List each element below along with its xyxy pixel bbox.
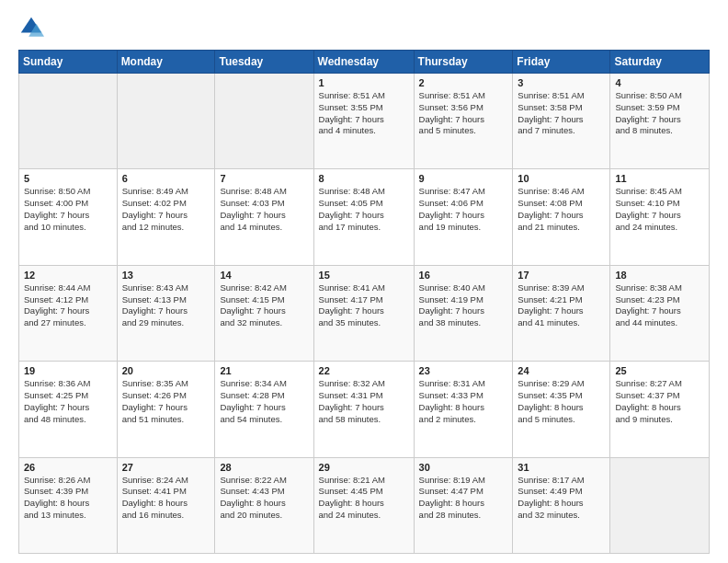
day-info: Sunrise: 8:42 AM Sunset: 4:15 PM Dayligh… <box>220 282 308 329</box>
calendar-cell: 3Sunrise: 8:51 AM Sunset: 3:58 PM Daylig… <box>513 74 610 169</box>
logo <box>18 15 48 40</box>
day-info: Sunrise: 8:38 AM Sunset: 4:23 PM Dayligh… <box>615 282 704 329</box>
day-info: Sunrise: 8:32 AM Sunset: 4:31 PM Dayligh… <box>319 378 409 425</box>
calendar-cell: 25Sunrise: 8:27 AM Sunset: 4:37 PM Dayli… <box>610 362 710 457</box>
day-number: 21 <box>220 365 308 376</box>
calendar-cell: 5Sunrise: 8:50 AM Sunset: 4:00 PM Daylig… <box>19 169 118 265</box>
calendar-cell <box>215 74 313 169</box>
day-number: 3 <box>518 77 605 88</box>
day-number: 5 <box>24 173 112 184</box>
calendar-cell: 17Sunrise: 8:39 AM Sunset: 4:21 PM Dayli… <box>513 265 610 361</box>
day-number: 15 <box>319 270 409 281</box>
day-info: Sunrise: 8:43 AM Sunset: 4:13 PM Dayligh… <box>122 282 210 329</box>
calendar-cell: 8Sunrise: 8:48 AM Sunset: 4:05 PM Daylig… <box>313 169 414 265</box>
logo-icon <box>18 15 44 40</box>
day-info: Sunrise: 8:34 AM Sunset: 4:28 PM Dayligh… <box>220 378 308 425</box>
day-number: 7 <box>220 173 308 184</box>
day-number: 30 <box>419 462 508 473</box>
day-info: Sunrise: 8:51 AM Sunset: 3:58 PM Dayligh… <box>518 90 605 137</box>
day-number: 10 <box>518 173 605 184</box>
day-info: Sunrise: 8:50 AM Sunset: 3:59 PM Dayligh… <box>615 90 704 137</box>
day-number: 25 <box>615 365 704 376</box>
calendar-cell: 2Sunrise: 8:51 AM Sunset: 3:56 PM Daylig… <box>414 74 513 169</box>
calendar-cell: 23Sunrise: 8:31 AM Sunset: 4:33 PM Dayli… <box>414 362 513 457</box>
calendar-cell: 7Sunrise: 8:48 AM Sunset: 4:03 PM Daylig… <box>215 169 313 265</box>
day-number: 24 <box>518 365 605 376</box>
day-number: 29 <box>319 462 409 473</box>
day-number: 11 <box>615 173 704 184</box>
weekday-header-saturday: Saturday <box>610 51 710 74</box>
calendar-cell: 11Sunrise: 8:45 AM Sunset: 4:10 PM Dayli… <box>610 169 710 265</box>
weekday-header-tuesday: Tuesday <box>215 51 313 74</box>
day-info: Sunrise: 8:44 AM Sunset: 4:12 PM Dayligh… <box>24 282 112 329</box>
day-info: Sunrise: 8:51 AM Sunset: 3:56 PM Dayligh… <box>419 90 508 137</box>
calendar-cell: 21Sunrise: 8:34 AM Sunset: 4:28 PM Dayli… <box>215 362 313 457</box>
day-number: 4 <box>615 77 704 88</box>
day-number: 16 <box>419 270 508 281</box>
day-number: 26 <box>24 462 112 473</box>
calendar-cell: 27Sunrise: 8:24 AM Sunset: 4:41 PM Dayli… <box>117 457 215 553</box>
calendar-cell: 4Sunrise: 8:50 AM Sunset: 3:59 PM Daylig… <box>610 74 710 169</box>
day-info: Sunrise: 8:17 AM Sunset: 4:49 PM Dayligh… <box>518 475 605 522</box>
calendar-table: SundayMondayTuesdayWednesdayThursdayFrid… <box>18 50 710 554</box>
week-row-1: 1Sunrise: 8:51 AM Sunset: 3:55 PM Daylig… <box>19 74 710 169</box>
day-number: 23 <box>419 365 508 376</box>
calendar-header: SundayMondayTuesdayWednesdayThursdayFrid… <box>19 51 710 74</box>
day-number: 6 <box>122 173 210 184</box>
day-number: 2 <box>419 77 508 88</box>
weekday-header-wednesday: Wednesday <box>313 51 414 74</box>
calendar-cell: 10Sunrise: 8:46 AM Sunset: 4:08 PM Dayli… <box>513 169 610 265</box>
day-info: Sunrise: 8:31 AM Sunset: 4:33 PM Dayligh… <box>419 378 508 425</box>
day-info: Sunrise: 8:48 AM Sunset: 4:03 PM Dayligh… <box>220 186 308 233</box>
calendar-cell: 22Sunrise: 8:32 AM Sunset: 4:31 PM Dayli… <box>313 362 414 457</box>
week-row-5: 26Sunrise: 8:26 AM Sunset: 4:39 PM Dayli… <box>19 457 710 553</box>
calendar-cell: 6Sunrise: 8:49 AM Sunset: 4:02 PM Daylig… <box>117 169 215 265</box>
day-number: 9 <box>419 173 508 184</box>
day-info: Sunrise: 8:46 AM Sunset: 4:08 PM Dayligh… <box>518 186 605 233</box>
weekday-header-row: SundayMondayTuesdayWednesdayThursdayFrid… <box>19 51 710 74</box>
day-info: Sunrise: 8:40 AM Sunset: 4:19 PM Dayligh… <box>419 282 508 329</box>
header <box>18 15 710 40</box>
calendar-body: 1Sunrise: 8:51 AM Sunset: 3:55 PM Daylig… <box>19 74 710 554</box>
weekday-header-friday: Friday <box>513 51 610 74</box>
day-number: 20 <box>122 365 210 376</box>
day-number: 13 <box>122 270 210 281</box>
day-info: Sunrise: 8:19 AM Sunset: 4:47 PM Dayligh… <box>419 475 508 522</box>
calendar-cell <box>19 74 118 169</box>
day-info: Sunrise: 8:45 AM Sunset: 4:10 PM Dayligh… <box>615 186 704 233</box>
calendar-cell: 16Sunrise: 8:40 AM Sunset: 4:19 PM Dayli… <box>414 265 513 361</box>
calendar-cell: 12Sunrise: 8:44 AM Sunset: 4:12 PM Dayli… <box>19 265 118 361</box>
calendar-cell <box>610 457 710 553</box>
day-number: 18 <box>615 270 704 281</box>
calendar-cell: 28Sunrise: 8:22 AM Sunset: 4:43 PM Dayli… <box>215 457 313 553</box>
week-row-4: 19Sunrise: 8:36 AM Sunset: 4:25 PM Dayli… <box>19 362 710 457</box>
day-info: Sunrise: 8:47 AM Sunset: 4:06 PM Dayligh… <box>419 186 508 233</box>
day-info: Sunrise: 8:24 AM Sunset: 4:41 PM Dayligh… <box>122 475 210 522</box>
calendar-cell: 18Sunrise: 8:38 AM Sunset: 4:23 PM Dayli… <box>610 265 710 361</box>
calendar-cell: 15Sunrise: 8:41 AM Sunset: 4:17 PM Dayli… <box>313 265 414 361</box>
weekday-header-thursday: Thursday <box>414 51 513 74</box>
calendar-cell: 1Sunrise: 8:51 AM Sunset: 3:55 PM Daylig… <box>313 74 414 169</box>
day-number: 27 <box>122 462 210 473</box>
day-info: Sunrise: 8:48 AM Sunset: 4:05 PM Dayligh… <box>319 186 409 233</box>
week-row-3: 12Sunrise: 8:44 AM Sunset: 4:12 PM Dayli… <box>19 265 710 361</box>
calendar-cell: 30Sunrise: 8:19 AM Sunset: 4:47 PM Dayli… <box>414 457 513 553</box>
day-number: 19 <box>24 365 112 376</box>
day-number: 31 <box>518 462 605 473</box>
calendar-cell: 20Sunrise: 8:35 AM Sunset: 4:26 PM Dayli… <box>117 362 215 457</box>
day-info: Sunrise: 8:35 AM Sunset: 4:26 PM Dayligh… <box>122 378 210 425</box>
day-info: Sunrise: 8:50 AM Sunset: 4:00 PM Dayligh… <box>24 186 112 233</box>
day-number: 1 <box>319 77 409 88</box>
weekday-header-sunday: Sunday <box>19 51 118 74</box>
day-info: Sunrise: 8:26 AM Sunset: 4:39 PM Dayligh… <box>24 475 112 522</box>
calendar-cell: 9Sunrise: 8:47 AM Sunset: 4:06 PM Daylig… <box>414 169 513 265</box>
day-info: Sunrise: 8:22 AM Sunset: 4:43 PM Dayligh… <box>220 475 308 522</box>
calendar-cell <box>117 74 215 169</box>
day-info: Sunrise: 8:39 AM Sunset: 4:21 PM Dayligh… <box>518 282 605 329</box>
day-number: 8 <box>319 173 409 184</box>
day-number: 12 <box>24 270 112 281</box>
day-number: 22 <box>319 365 409 376</box>
day-info: Sunrise: 8:51 AM Sunset: 3:55 PM Dayligh… <box>319 90 409 137</box>
calendar-cell: 26Sunrise: 8:26 AM Sunset: 4:39 PM Dayli… <box>19 457 118 553</box>
page: SundayMondayTuesdayWednesdayThursdayFrid… <box>0 0 728 563</box>
